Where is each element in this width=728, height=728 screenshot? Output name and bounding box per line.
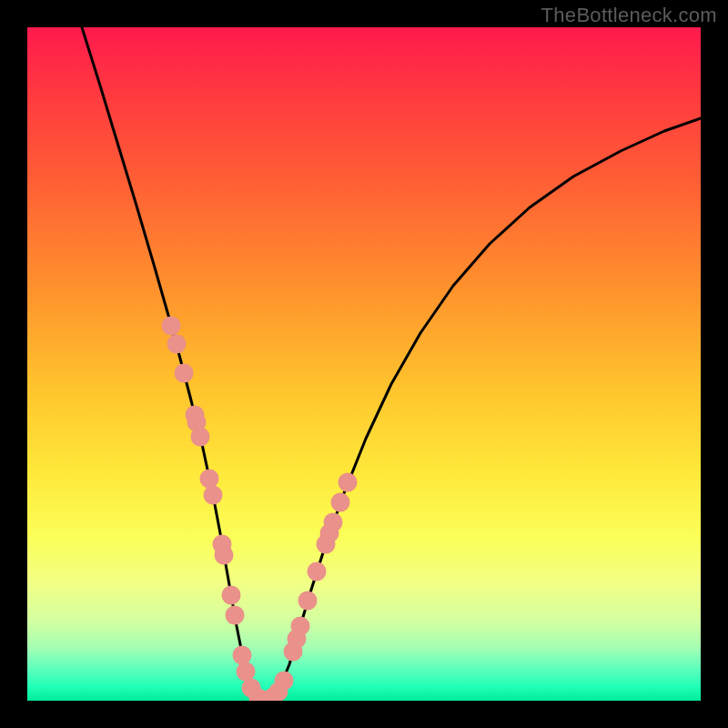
marker-left-1 xyxy=(167,335,187,354)
curve-path xyxy=(82,27,701,701)
marker-left-0 xyxy=(162,317,181,336)
marker-right-4 xyxy=(308,562,327,581)
marker-left-7 xyxy=(204,486,223,505)
marker-right-3 xyxy=(298,592,318,611)
marker-left-9 xyxy=(215,546,234,565)
marker-bottom-9 xyxy=(275,672,294,691)
marker-left-10 xyxy=(222,586,241,605)
watermark-text: TheBottleneck.com xyxy=(541,4,717,27)
marker-left-11 xyxy=(226,606,245,625)
marker-bottom-0 xyxy=(233,646,252,665)
marker-bottom-1 xyxy=(237,662,256,682)
marker-right-8 xyxy=(331,493,350,512)
marker-left-6 xyxy=(200,470,219,489)
marker-right-9 xyxy=(339,473,358,492)
bottleneck-curve-chart xyxy=(27,27,701,701)
marker-right-7 xyxy=(324,513,343,532)
marker-left-5 xyxy=(191,428,210,447)
marker-right-2 xyxy=(291,617,310,636)
marker-left-2 xyxy=(175,364,194,383)
chart-frame: TheBottleneck.com xyxy=(0,0,728,728)
plot-area xyxy=(27,27,701,701)
